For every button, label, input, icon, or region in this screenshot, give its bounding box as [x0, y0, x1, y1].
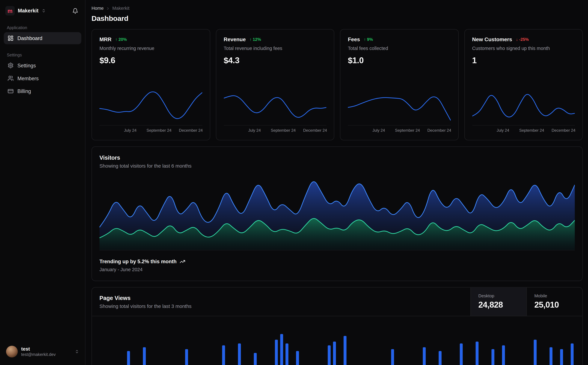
pageviews-toggle-mobile[interactable]: Mobile 25,010 — [526, 288, 582, 316]
sidebar-item-billing[interactable]: Billing — [4, 85, 81, 97]
trend-badge: ↑ 20% — [115, 37, 127, 42]
spark-x-axis: July 24 September 24 December 24 — [472, 128, 575, 135]
stat-label: Mobile — [534, 294, 575, 298]
stat-description: Total revenue including fees — [224, 46, 326, 51]
trend-badge: ↑ 9% — [364, 37, 373, 42]
trend-value: 9% — [367, 37, 373, 42]
sidebar-item-members[interactable]: Members — [4, 72, 81, 84]
workspace-name: Makerkit — [18, 8, 38, 14]
x-tick: September 24 — [395, 128, 420, 132]
stat-description: Monthly recurring revenue — [99, 46, 202, 51]
mrr-sparkline-chart — [99, 86, 202, 126]
revenue-sparkline-chart — [224, 86, 326, 126]
trend-down-icon: ↓ — [516, 37, 518, 42]
sidebar-item-label: Settings — [17, 63, 36, 68]
x-tick: September 24 — [146, 128, 172, 132]
user-name: test — [21, 346, 56, 352]
stat-card-new-customers: New Customers ↓ -25% Customers who signe… — [464, 29, 583, 140]
visitors-card: Visitors Showing total visitors for the … — [91, 147, 583, 281]
sidebar-item-label: Members — [17, 76, 39, 81]
notifications-button[interactable] — [71, 7, 79, 14]
x-tick: December 24 — [552, 128, 575, 132]
chevrons-up-down-icon — [42, 9, 46, 13]
fees-sparkline-chart — [348, 86, 450, 126]
stat-value: 25,010 — [534, 300, 575, 310]
workspace-selector[interactable]: m Makerkit — [5, 6, 46, 15]
x-tick: July 24 — [248, 128, 261, 132]
visitors-subtitle: Showing total visitors for the last 6 mo… — [99, 163, 575, 168]
trend-value: -25% — [519, 37, 529, 42]
stat-title: Fees — [348, 36, 360, 42]
stat-title: MRR — [99, 36, 111, 42]
sidebar-item-label: Billing — [17, 88, 31, 94]
user-email: test@makerkit.dev — [21, 352, 56, 357]
stat-title: New Customers — [472, 36, 512, 42]
bell-icon — [72, 8, 78, 14]
stat-label: Desktop — [478, 294, 519, 298]
app-root: m Makerkit Application Dashboard Setting… — [0, 0, 588, 365]
main-content: Home Makerkit Dashboard MRR ↑ 20% Monthl… — [85, 0, 588, 365]
visitors-date-range: January - June 2024 — [99, 267, 575, 272]
x-tick: December 24 — [303, 128, 327, 132]
stat-title: Revenue — [224, 36, 246, 42]
sidebar-item-dashboard[interactable]: Dashboard — [4, 32, 81, 44]
trend-value: 12% — [253, 37, 261, 42]
gear-icon — [8, 62, 14, 69]
x-tick: July 24 — [124, 128, 137, 132]
trending-up-icon — [180, 259, 185, 264]
visitors-title: Visitors — [99, 154, 575, 161]
x-tick: September 24 — [271, 128, 296, 132]
stat-value: $9.6 — [99, 56, 202, 65]
stat-value: 1 — [472, 56, 575, 65]
breadcrumb: Home Makerkit — [91, 6, 583, 11]
stat-value: 24,828 — [478, 300, 519, 310]
x-tick: December 24 — [179, 128, 203, 132]
stat-card-fees: Fees ↑ 9% Total fees collected $1.0 July… — [340, 29, 458, 140]
page-views-bar-chart — [99, 321, 575, 365]
stat-description: Customers who signed up this month — [472, 46, 575, 51]
breadcrumb-current: Makerkit — [112, 6, 130, 11]
chevrons-up-down-icon — [75, 350, 79, 354]
trend-badge: ↓ -25% — [516, 37, 529, 42]
visitors-area-chart — [99, 176, 575, 250]
app-logo: m — [5, 6, 15, 15]
chevron-right-icon — [106, 6, 110, 10]
pageviews-toggle-desktop[interactable]: Desktop 24,828 — [470, 288, 526, 316]
stat-cards-row: MRR ↑ 20% Monthly recurring revenue $9.6… — [91, 29, 583, 140]
x-tick: July 24 — [372, 128, 385, 132]
stat-card-revenue: Revenue ↑ 12% Total revenue including fe… — [216, 29, 334, 140]
trend-up-icon: ↑ — [115, 37, 118, 42]
page-title: Dashboard — [91, 14, 583, 23]
user-menu[interactable]: test test@makerkit.dev — [4, 344, 81, 360]
spark-x-axis: July 24 September 24 December 24 — [99, 128, 202, 135]
users-icon — [8, 75, 14, 81]
spark-x-axis: July 24 September 24 December 24 — [348, 128, 450, 135]
trend-up-icon: ↑ — [249, 37, 252, 42]
sidebar-item-settings[interactable]: Settings — [4, 59, 81, 71]
avatar — [6, 346, 18, 358]
nav-section-application: Application — [4, 23, 81, 31]
trend-up-icon: ↑ — [364, 37, 366, 42]
x-tick: September 24 — [519, 128, 544, 132]
stat-value: $1.0 — [348, 56, 450, 65]
x-tick: December 24 — [427, 128, 451, 132]
sidebar-item-label: Dashboard — [17, 35, 42, 41]
dashboard-icon — [8, 35, 14, 41]
page-views-card: Page Views Showing total visitors for th… — [91, 287, 583, 365]
breadcrumb-home[interactable]: Home — [91, 6, 104, 11]
stat-value: $4.3 — [224, 56, 326, 65]
visitors-trend-text: Trending up by 5.2% this month — [99, 259, 176, 264]
sidebar: m Makerkit Application Dashboard Setting… — [0, 0, 85, 365]
trend-badge: ↑ 12% — [249, 37, 261, 42]
spark-x-axis: July 24 September 24 December 24 — [224, 128, 326, 135]
page-views-subtitle: Showing total visitors for the last 3 mo… — [99, 303, 463, 309]
page-views-title: Page Views — [99, 295, 463, 301]
trend-value: 20% — [118, 37, 127, 42]
x-tick: July 24 — [497, 128, 509, 132]
customers-sparkline-chart — [472, 86, 575, 126]
credit-card-icon — [8, 88, 14, 94]
stat-description: Total fees collected — [348, 46, 450, 51]
app-logo-letter: m — [7, 8, 13, 14]
stat-card-mrr: MRR ↑ 20% Monthly recurring revenue $9.6… — [91, 29, 210, 140]
nav-section-settings: Settings — [4, 50, 81, 59]
